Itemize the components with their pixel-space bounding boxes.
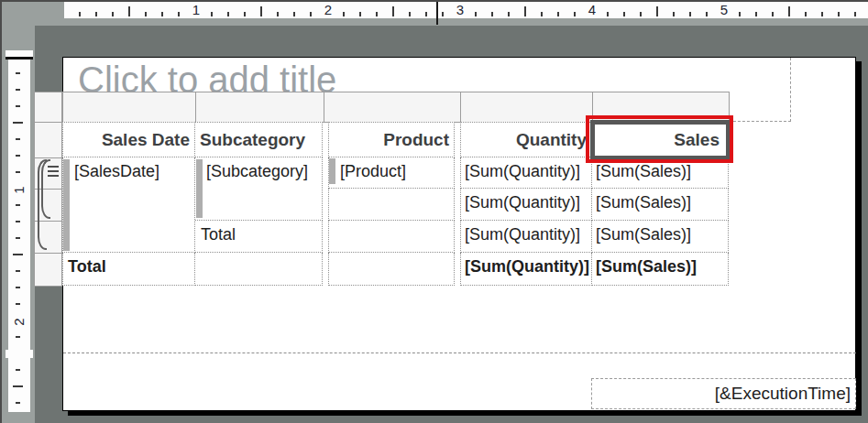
page-footer-boundary <box>63 352 856 353</box>
hruler-number-4: 4 <box>585 2 599 18</box>
cell-quantity-sum-2[interactable]: [Sum(Quantity)] <box>460 189 592 221</box>
ruler-position-caret <box>436 0 438 25</box>
scope-bar-subcategory-group <box>196 159 203 218</box>
cell-product-empty-2[interactable] <box>328 221 455 253</box>
cell-product-empty-3[interactable] <box>328 253 455 286</box>
hruler-number-2: 2 <box>321 2 335 18</box>
cell-sales-sum-subtotal[interactable]: [Sum(Sales)] <box>592 221 729 253</box>
cell-subcategory-field[interactable]: [Subcategory] <box>195 157 323 221</box>
row-handle-header[interactable] <box>34 122 62 158</box>
header-cell-product[interactable]: Product <box>328 122 455 157</box>
row-handle-grand-total[interactable] <box>34 253 62 287</box>
cell-subcategory-empty[interactable] <box>195 253 323 286</box>
vruler-footer-margin-marker <box>5 350 33 358</box>
detail-row-icon[interactable] <box>48 166 59 178</box>
red-highlight-box <box>586 115 733 163</box>
hruler-number-1: 1 <box>189 2 203 18</box>
horizontal-ruler: 1 2 3 4 5 <box>64 2 868 18</box>
row-handle-corner[interactable] <box>34 92 62 123</box>
vruler-zero-line <box>5 57 33 60</box>
report-designer-window: 1 2 3 4 5 1 2 Click to add title [&Execu… <box>0 0 868 423</box>
column-handle-sales-date[interactable] <box>62 92 196 123</box>
cell-quantity-sum-grand-total[interactable]: [Sum(Quantity)] <box>460 253 592 286</box>
scope-bar-salesdate-group <box>63 159 70 251</box>
hruler-number-3: 3 <box>453 2 467 18</box>
header-cell-sales-date[interactable]: Sales Date <box>62 122 195 157</box>
cell-grand-total-label[interactable]: Total <box>62 253 195 286</box>
column-handle-subcategory[interactable] <box>195 92 324 123</box>
cell-salesdate-field[interactable]: [SalesDate] <box>62 157 195 253</box>
cell-quantity-sum-1[interactable]: [Sum(Quantity)] <box>460 157 592 189</box>
column-handle-quantity[interactable] <box>460 92 593 123</box>
scope-bar-product-group <box>329 158 335 184</box>
vruler-number-1: 1 <box>11 182 27 198</box>
cell-quantity-sum-subtotal[interactable]: [Sum(Quantity)] <box>460 221 592 253</box>
cell-sales-sum-2[interactable]: [Sum(Sales)] <box>592 189 729 221</box>
cell-subcategory-total-label[interactable]: Total <box>195 221 323 253</box>
execution-time-textbox[interactable]: [&ExecutionTime] <box>591 378 856 409</box>
column-handle-product[interactable] <box>324 92 461 123</box>
window-frame-top <box>0 0 868 2</box>
header-cell-quantity[interactable]: Quantity <box>460 122 592 157</box>
window-frame-left <box>0 0 2 423</box>
cell-product-field[interactable]: [Product] <box>328 157 455 189</box>
hruler-number-5: 5 <box>717 2 731 18</box>
cell-sales-sum-grand-total[interactable]: [Sum(Sales)] <box>592 253 729 286</box>
cell-product-empty-1[interactable] <box>328 189 455 221</box>
vruler-number-2: 2 <box>11 314 27 330</box>
header-cell-subcategory[interactable]: Subcategory <box>195 122 323 157</box>
